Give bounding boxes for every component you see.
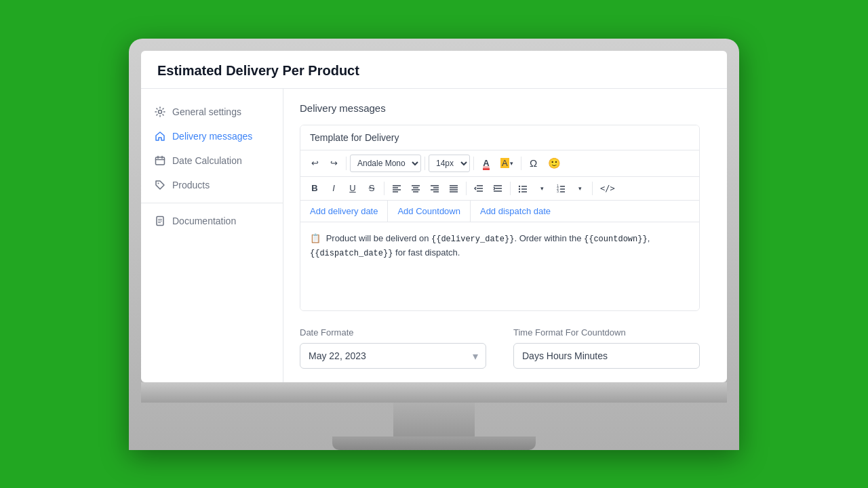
toolbar-divider-7 <box>510 182 511 195</box>
font-size-select[interactable]: 14px 12px 16px 18px <box>429 155 470 172</box>
toolbar-divider-8 <box>592 182 593 195</box>
chevron-down-icon: ▾ <box>578 185 582 192</box>
toolbar-divider-5 <box>384 182 384 195</box>
dispatch-date-var: {{dispatch_date}} <box>310 249 393 258</box>
section-title: Delivery messages <box>300 102 711 114</box>
sidebar-label-products: Products <box>172 180 210 190</box>
format-section: Date Formate May 22, 2023 22/05/2023 202… <box>300 327 700 369</box>
doc-icon <box>155 216 165 226</box>
toolbar-divider-2 <box>425 157 425 170</box>
chevron-down-icon: ▾ <box>510 160 513 167</box>
toolbar-divider-4 <box>521 157 521 170</box>
align-center-button[interactable] <box>407 180 425 197</box>
font-color-button[interactable]: A <box>477 155 495 172</box>
chevron-down-icon: ▾ <box>540 185 544 192</box>
font-family-select[interactable]: Andale Mono Arial Courier New <box>350 155 421 172</box>
toolbar-row1: ↩ ↪ Andale Mono Arial Courier New 14px <box>300 150 699 177</box>
editor-content[interactable]: 📋 Product will be deliverd on {{delivery… <box>300 222 699 310</box>
toolbar-divider-3 <box>473 157 474 170</box>
delivery-date-var: {{delivery_date}} <box>431 235 514 244</box>
add-delivery-date-button[interactable]: Add delivery date <box>300 201 388 222</box>
add-countdown-button[interactable]: Add Countdown <box>388 201 471 222</box>
sidebar-item-date-calculation[interactable]: Date Calculation <box>141 148 283 173</box>
svg-point-0 <box>159 110 162 113</box>
underline-button[interactable]: U <box>344 180 361 197</box>
sidebar-label-general: General settings <box>172 106 241 117</box>
time-format-value: Days Hours Minutes <box>513 343 700 369</box>
date-format-select[interactable]: May 22, 2023 22/05/2023 2023-05-22 <box>300 343 486 369</box>
tag-icon <box>155 180 165 190</box>
redo-button[interactable]: ↪ <box>325 155 342 172</box>
sidebar: General settings Delivery messages <box>141 89 283 382</box>
sidebar-item-products[interactable]: Products <box>141 173 283 197</box>
time-format-group: Time Format For Countdown Days Hours Min… <box>513 327 700 369</box>
toolbar-row2: B I U S <box>300 177 699 201</box>
special-chars-button[interactable]: Ω <box>525 155 542 172</box>
toolbar-divider-1 <box>346 157 347 170</box>
undo-button[interactable]: ↩ <box>306 155 323 172</box>
italic-button[interactable]: I <box>325 180 342 197</box>
highlight-button[interactable]: A ▾ <box>496 155 517 172</box>
template-editor: Template for Delivery ↩ ↪ Andale Mono Ar… <box>300 125 700 311</box>
sidebar-label-date-calc: Date Calculation <box>172 155 242 166</box>
sidebar-item-general-settings[interactable]: General settings <box>141 100 283 124</box>
gear-icon <box>155 106 165 117</box>
calendar-icon <box>155 155 165 166</box>
sidebar-divider <box>141 203 283 203</box>
main-content: Delivery messages Template for Delivery … <box>283 89 727 382</box>
monitor-stand-neck <box>393 403 475 436</box>
date-format-label: Date Formate <box>300 327 486 338</box>
sidebar-label-delivery: Delivery messages <box>172 131 252 142</box>
sidebar-item-documentation[interactable]: Documentation <box>141 209 283 233</box>
emoji-button[interactable]: 🙂 <box>544 155 565 172</box>
list-dropdown-button[interactable]: ▾ <box>533 180 551 197</box>
svg-rect-1 <box>156 157 165 165</box>
editor-text-1: Product will be deliverd on <box>326 233 431 243</box>
outdent-button[interactable] <box>470 180 488 197</box>
editor-text-3: , <box>648 233 650 243</box>
template-emoji: 📋 <box>310 233 321 243</box>
sidebar-label-docs: Documentation <box>172 216 236 226</box>
template-title: Template for Delivery <box>300 125 699 150</box>
home-icon <box>155 131 165 142</box>
align-right-button[interactable] <box>426 180 443 197</box>
date-format-group: Date Formate May 22, 2023 22/05/2023 202… <box>300 327 486 369</box>
monitor-stand-base <box>332 436 536 450</box>
source-code-button[interactable]: </> <box>596 180 619 197</box>
editor-text-2: . Order within the <box>514 233 584 243</box>
svg-point-28 <box>519 188 520 189</box>
app-header: Estimated Delivery Per Product <box>141 51 727 89</box>
indent-button[interactable] <box>489 180 507 197</box>
bold-button[interactable]: B <box>306 180 323 197</box>
list-unordered-button[interactable] <box>514 180 532 197</box>
date-format-select-wrapper: May 22, 2023 22/05/2023 2023-05-22 ▾ <box>300 343 486 369</box>
svg-text:3.: 3. <box>557 189 559 193</box>
toolbar-divider-6 <box>466 182 467 195</box>
svg-point-26 <box>519 185 520 186</box>
countdown-var: {{countdown}} <box>584 235 648 244</box>
time-format-label: Time Format For Countdown <box>513 327 700 338</box>
insert-row: Add delivery date Add Countdown Add disp… <box>300 201 699 222</box>
app-title: Estimated Delivery Per Product <box>157 63 711 79</box>
svg-point-30 <box>519 190 520 192</box>
align-left-button[interactable] <box>388 180 406 197</box>
monitor-stand-top <box>141 382 727 403</box>
list-ordered-dropdown-button[interactable]: ▾ <box>571 180 589 197</box>
editor-text-4: for fast dispatch. <box>393 247 460 258</box>
add-dispatch-date-button[interactable]: Add dispatch date <box>471 201 560 222</box>
justify-button[interactable] <box>445 180 462 197</box>
strikethrough-button[interactable]: S <box>363 180 380 197</box>
svg-point-2 <box>158 182 159 184</box>
list-ordered-button[interactable]: 1.2.3. <box>552 180 570 197</box>
sidebar-item-delivery-messages[interactable]: Delivery messages <box>141 124 283 148</box>
